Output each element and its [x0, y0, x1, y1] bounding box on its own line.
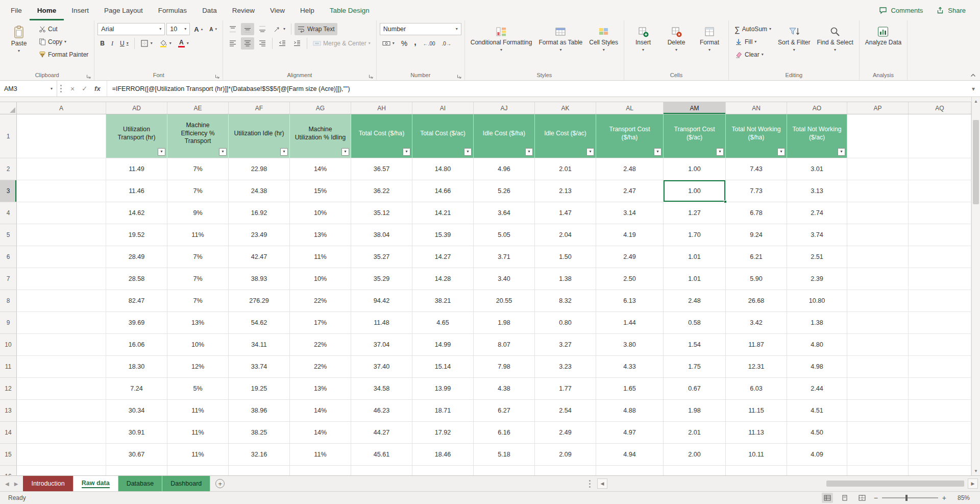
row-header-9[interactable]: 9	[0, 312, 17, 334]
cell-AM14[interactable]: 2.01	[664, 422, 726, 444]
cell-AL4[interactable]: 3.14	[596, 202, 664, 224]
cell-A7[interactable]	[17, 268, 106, 290]
format-cells-button[interactable]: Format ▾	[694, 23, 725, 53]
cell-AK9[interactable]: 0.80	[535, 312, 596, 334]
cell-AL12[interactable]: 1.65	[596, 378, 664, 400]
align-left-button[interactable]	[226, 37, 239, 50]
cell-AJ2[interactable]: 4.96	[474, 158, 535, 180]
filter-button-AO[interactable]: ▾	[838, 148, 845, 156]
cell-AD8[interactable]: 82.47	[106, 290, 167, 312]
cell-AJ10[interactable]: 8.07	[474, 334, 535, 356]
cell-AF4[interactable]: 16.92	[229, 202, 290, 224]
cell-AG15[interactable]: 11%	[290, 444, 351, 466]
cell-AP12[interactable]	[847, 378, 909, 400]
underline-button[interactable]: U▾	[117, 37, 131, 50]
cell-AL9[interactable]: 1.44	[596, 312, 664, 334]
cell-AP6[interactable]	[847, 246, 909, 268]
sheet-tab-dashboard[interactable]: Dashboard	[162, 476, 210, 491]
column-header-AK[interactable]: AK	[535, 102, 596, 114]
cell-AG11[interactable]: 22%	[290, 356, 351, 378]
cell-AF10[interactable]: 34.11	[229, 334, 290, 356]
cell-AG14[interactable]: 14%	[290, 422, 351, 444]
cell-AH13[interactable]: 46.23	[351, 400, 412, 422]
cell-AM12[interactable]: 0.67	[664, 378, 726, 400]
row-header-5[interactable]: 5	[0, 224, 17, 246]
cut-button[interactable]: Cut	[36, 23, 91, 35]
decrease-font-size-button[interactable]: A▾	[207, 23, 219, 35]
scroll-up-icon[interactable]: ▲	[972, 97, 980, 106]
cell-AN6[interactable]: 6.21	[726, 246, 787, 268]
filter-button-AJ[interactable]: ▾	[525, 148, 533, 156]
cell-AQ2[interactable]	[909, 158, 971, 180]
row-header-12[interactable]: 12	[0, 378, 17, 400]
ribbon-tab-data[interactable]: Data	[194, 0, 225, 20]
cell-AQ16[interactable]	[909, 466, 971, 475]
column-header-AM[interactable]: AM	[664, 102, 726, 114]
cell-AJ3[interactable]: 5.26	[474, 180, 535, 202]
cell-AD12[interactable]: 7.24	[106, 378, 167, 400]
cell-AJ4[interactable]: 3.64	[474, 202, 535, 224]
cell-AG5[interactable]: 13%	[290, 224, 351, 246]
cell-A5[interactable]	[17, 224, 106, 246]
cell-AK4[interactable]: 1.47	[535, 202, 596, 224]
cell-AF9[interactable]: 54.62	[229, 312, 290, 334]
cell-AF16[interactable]	[229, 466, 290, 475]
cell-AI15[interactable]: 18.46	[412, 444, 474, 466]
cell-AO6[interactable]: 2.51	[787, 246, 847, 268]
cell-AF2[interactable]: 22.98	[229, 158, 290, 180]
format-painter-button[interactable]: Format Painter	[36, 49, 91, 61]
share-button[interactable]: Share	[936, 6, 966, 14]
cell-AN10[interactable]: 11.87	[726, 334, 787, 356]
cell-AQ4[interactable]	[909, 202, 971, 224]
cell-AL7[interactable]: 2.50	[596, 268, 664, 290]
cell-AK3[interactable]: 2.13	[535, 180, 596, 202]
cell-AO12[interactable]: 2.44	[787, 378, 847, 400]
column-header-AG[interactable]: AG	[290, 102, 351, 114]
cell-AQ1[interactable]	[909, 114, 971, 158]
dialog-launcher-icon[interactable]	[457, 74, 461, 79]
dialog-launcher-icon[interactable]	[86, 74, 91, 79]
cell-AE15[interactable]: 11%	[167, 444, 229, 466]
cell-AP1[interactable]	[847, 114, 909, 158]
cell-AL6[interactable]: 2.49	[596, 246, 664, 268]
cell-AG12[interactable]: 13%	[290, 378, 351, 400]
cell-AH15[interactable]: 45.61	[351, 444, 412, 466]
fill-button[interactable]: Fill▾	[732, 36, 774, 48]
select-all-corner[interactable]	[0, 102, 17, 114]
cell-AE16[interactable]	[167, 466, 229, 475]
cell-AH14[interactable]: 44.27	[351, 422, 412, 444]
cell-AH6[interactable]: 35.27	[351, 246, 412, 268]
filter-button-AF[interactable]: ▾	[280, 148, 288, 156]
cell-AN8[interactable]: 26.68	[726, 290, 787, 312]
cell-AD5[interactable]: 19.52	[106, 224, 167, 246]
cell-AE5[interactable]: 11%	[167, 224, 229, 246]
vertical-scroll-track[interactable]	[972, 106, 980, 467]
cell-AD2[interactable]: 11.49	[106, 158, 167, 180]
cell-AK16[interactable]	[535, 466, 596, 475]
cell-AK6[interactable]: 1.50	[535, 246, 596, 268]
cell-AO11[interactable]: 4.98	[787, 356, 847, 378]
accounting-format-button[interactable]: ▾	[380, 37, 397, 50]
cell-AQ3[interactable]	[909, 180, 971, 202]
column-header-AH[interactable]: AH	[351, 102, 412, 114]
ribbon-tab-home[interactable]: Home	[30, 0, 64, 20]
new-sheet-button[interactable]: +	[215, 479, 225, 488]
cell-AK2[interactable]: 2.01	[535, 158, 596, 180]
cell-AQ10[interactable]	[909, 334, 971, 356]
cell-AP9[interactable]	[847, 312, 909, 334]
cell-AO3[interactable]: 3.13	[787, 180, 847, 202]
vertical-scrollbar[interactable]: ▲ ▼	[971, 97, 980, 475]
bold-button[interactable]: B	[97, 37, 107, 50]
cell-AN3[interactable]: 7.73	[726, 180, 787, 202]
copy-button[interactable]: Copy ▾	[36, 36, 91, 48]
cell-AD7[interactable]: 28.58	[106, 268, 167, 290]
row-header-11[interactable]: 11	[0, 356, 17, 378]
cell-AI11[interactable]: 15.14	[412, 356, 474, 378]
cell-AQ7[interactable]	[909, 268, 971, 290]
cell-AO4[interactable]: 2.74	[787, 202, 847, 224]
cell-AH11[interactable]: 37.40	[351, 356, 412, 378]
cell-AJ7[interactable]: 3.40	[474, 268, 535, 290]
cell-AH8[interactable]: 94.42	[351, 290, 412, 312]
cell-AN2[interactable]: 7.43	[726, 158, 787, 180]
next-sheet-icon[interactable]: ▶	[14, 481, 18, 487]
